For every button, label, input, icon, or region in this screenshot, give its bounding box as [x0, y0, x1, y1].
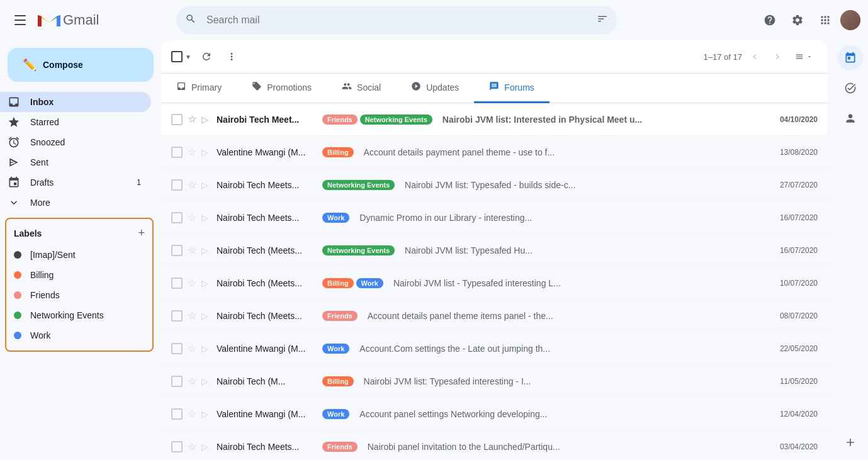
- contacts-icon-button[interactable]: [838, 106, 863, 131]
- row-snooze[interactable]: ▷: [201, 376, 211, 386]
- row-snooze[interactable]: ▷: [201, 115, 211, 125]
- settings-button[interactable]: [785, 8, 810, 33]
- row-star[interactable]: ☆: [188, 408, 196, 420]
- row-snooze[interactable]: ▷: [201, 442, 211, 452]
- label-item-imap-sent[interactable]: [Imap]/Sent: [6, 245, 152, 265]
- row-checkbox[interactable]: [171, 147, 183, 158]
- density-button[interactable]: [790, 50, 818, 64]
- row-sender: Nairobi Tech Meets...: [217, 213, 317, 223]
- email-row[interactable]: ☆ ▷ Nairobi Tech (Meets... Friends Accou…: [161, 300, 828, 332]
- row-checkbox[interactable]: [171, 245, 183, 256]
- label-dot-networking: [14, 311, 21, 319]
- row-date: 27/07/2020: [767, 181, 818, 189]
- refresh-button[interactable]: [195, 45, 218, 68]
- row-snooze[interactable]: ▷: [201, 409, 211, 419]
- label-dot-imap-sent: [14, 251, 21, 259]
- sidebar-item-more[interactable]: More: [0, 193, 151, 213]
- calendar-icon-button[interactable]: [838, 45, 863, 70]
- row-star[interactable]: ☆: [188, 113, 196, 125]
- row-checkbox[interactable]: [171, 114, 183, 125]
- next-page-button[interactable]: [767, 47, 787, 67]
- row-star[interactable]: ☆: [188, 440, 196, 452]
- row-checkbox[interactable]: [171, 278, 183, 289]
- tasks-icon-button[interactable]: [838, 76, 863, 101]
- tab-promotions[interactable]: Promotions: [237, 74, 327, 103]
- row-star[interactable]: ☆: [188, 342, 196, 354]
- email-row[interactable]: ☆ ▷ Nairobi Tech Meets... Friends Nairob…: [161, 430, 828, 455]
- email-row[interactable]: ☆ ▷ Valentine Mwangi (M... Billing Accou…: [161, 136, 828, 169]
- row-star[interactable]: ☆: [188, 277, 196, 289]
- label-item-friends[interactable]: Friends: [6, 285, 152, 305]
- row-snooze[interactable]: ▷: [201, 147, 211, 157]
- row-checkbox[interactable]: [171, 310, 183, 322]
- email-row[interactable]: ☆ ▷ Nairobi Tech Meets... Networking Eve…: [161, 169, 828, 201]
- tag-billing: Billing: [322, 278, 354, 288]
- sidebar-item-starred[interactable]: Starred: [0, 112, 151, 132]
- tab-primary[interactable]: Primary: [161, 74, 237, 103]
- row-snooze[interactable]: ▷: [201, 311, 211, 321]
- label-name-work: Work: [30, 330, 50, 340]
- email-row[interactable]: ☆ ▷ Nairobi Tech (Meets... Networking Ev…: [161, 234, 828, 267]
- sidebar-item-snoozed[interactable]: Snoozed: [0, 132, 151, 152]
- topbar: Gmail: [0, 0, 868, 40]
- select-all-check[interactable]: ▼: [171, 51, 193, 62]
- label-name-networking: Networking Events: [30, 310, 104, 320]
- select-dropdown-chevron[interactable]: ▼: [184, 52, 193, 62]
- email-row[interactable]: ☆ ▷ Valentine Mwangi (M... Work Account.…: [161, 332, 828, 365]
- email-row[interactable]: ☆ ▷ Nairobi Tech (Meets... Billing Work …: [161, 267, 828, 300]
- hamburger-menu-button[interactable]: [8, 8, 33, 33]
- search-filter-icon[interactable]: [597, 13, 608, 27]
- snoozed-icon: [8, 136, 20, 149]
- email-list: ☆ ▷ Nairobi Tech Meet... Friends Network…: [161, 103, 828, 455]
- email-row[interactable]: ☆ ▷ Nairobi Tech Meet... Friends Network…: [161, 103, 828, 136]
- email-row[interactable]: ☆ ▷ Nairobi Tech (M... Billing Nairobi J…: [161, 365, 828, 398]
- tab-updates[interactable]: Updates: [396, 74, 474, 103]
- row-star[interactable]: ☆: [188, 146, 196, 158]
- tag-work: Work: [322, 409, 349, 419]
- starred-icon: [8, 116, 20, 128]
- email-row[interactable]: ☆ ▷ Nairobi Tech Meets... Work Dynamic P…: [161, 201, 828, 234]
- label-item-work[interactable]: Work: [6, 325, 152, 345]
- search-input[interactable]: [176, 6, 617, 35]
- row-snooze[interactable]: ▷: [201, 245, 211, 255]
- labels-section: Labels + [Imap]/Sent Billing Friends Net…: [5, 218, 154, 352]
- more-options-button[interactable]: [220, 45, 243, 68]
- select-all-checkbox[interactable]: [171, 51, 183, 62]
- row-checkbox[interactable]: [171, 343, 183, 354]
- row-star[interactable]: ☆: [188, 211, 196, 223]
- tag-friends: Friends: [322, 115, 358, 125]
- compose-button[interactable]: ✏️ Compose: [8, 48, 154, 82]
- topbar-left: Gmail: [8, 8, 171, 33]
- row-snooze[interactable]: ▷: [201, 344, 211, 354]
- row-star[interactable]: ☆: [188, 310, 196, 322]
- help-button[interactable]: [757, 8, 782, 33]
- row-snooze[interactable]: ▷: [201, 213, 211, 223]
- sidebar-item-inbox[interactable]: Inbox: [0, 92, 151, 112]
- add-app-icon-button[interactable]: [838, 430, 863, 455]
- row-checkbox[interactable]: [171, 179, 183, 191]
- row-subject: Account.Com settings the - Late out jump…: [359, 344, 762, 354]
- row-star[interactable]: ☆: [188, 244, 196, 256]
- row-checkbox[interactable]: [171, 212, 183, 223]
- row-star[interactable]: ☆: [188, 375, 196, 387]
- row-checkbox[interactable]: [171, 441, 183, 452]
- label-item-billing[interactable]: Billing: [6, 265, 152, 285]
- tab-social[interactable]: Social: [327, 74, 396, 103]
- apps-button[interactable]: [813, 8, 838, 33]
- prev-page-button[interactable]: [745, 47, 765, 67]
- row-checkbox[interactable]: [171, 408, 183, 420]
- sidebar-item-sent[interactable]: Sent: [0, 152, 151, 172]
- gmail-logo[interactable]: Gmail: [38, 11, 99, 29]
- label-item-networking[interactable]: Networking Events: [6, 305, 152, 325]
- tab-forums[interactable]: Forums: [474, 74, 549, 103]
- row-subject: Account details payment panel theme - us…: [364, 147, 762, 157]
- avatar[interactable]: [840, 10, 860, 30]
- row-snooze[interactable]: ▷: [201, 180, 211, 190]
- sidebar-item-drafts[interactable]: Drafts 1: [0, 172, 151, 193]
- add-label-button[interactable]: +: [138, 227, 145, 240]
- row-checkbox[interactable]: [171, 376, 183, 387]
- row-snooze[interactable]: ▷: [201, 278, 211, 288]
- email-row[interactable]: ☆ ▷ Valentine Mwangi (M... Work Account …: [161, 398, 828, 430]
- row-star[interactable]: ☆: [188, 179, 196, 191]
- row-sender: Nairobi Tech (Meets...: [217, 278, 317, 288]
